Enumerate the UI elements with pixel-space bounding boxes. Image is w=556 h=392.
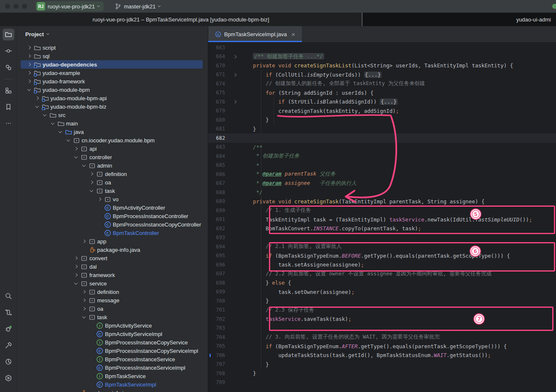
project-panel-header[interactable]: Project	[17, 26, 208, 42]
code-line-690[interactable]: 690 // 1. 生成子任务	[208, 206, 556, 215]
chevron-collapsed-icon[interactable]	[25, 52, 33, 60]
code-line-688[interactable]: 688 */	[208, 188, 556, 197]
services-icon[interactable]	[3, 307, 14, 318]
chevron-expanded-icon[interactable]	[80, 161, 88, 170]
build-icon[interactable]	[3, 339, 14, 351]
tree-item-bpmtaskservice[interactable]: IBpmTaskService	[17, 372, 208, 380]
chevron-collapsed-icon[interactable]	[80, 237, 88, 245]
code-line-679[interactable]: 679 createSignTask(taskEntity, addSignId…	[208, 107, 556, 116]
tree-item-convert[interactable]: convert	[17, 254, 208, 262]
chevron-collapsed-icon[interactable]	[88, 178, 95, 187]
close-window-icon[interactable]	[5, 4, 10, 9]
code-line-704[interactable]: 704 // 3. 向后前签, 设置子任务的状态为 WAIT, 因为需要等父任务…	[208, 333, 556, 342]
code-line-698[interactable]: 698 } else {	[208, 278, 556, 288]
code-line-674[interactable]: 674 // 创建加签人的新任务, 全部基于 taskEntity 为父任务来创…	[208, 79, 556, 88]
chevron-expanded-icon[interactable]	[72, 279, 80, 288]
code-line-687[interactable]: 687 * @param assignee 子任务的执行人	[208, 179, 556, 188]
chevron-expanded-icon[interactable]	[88, 187, 95, 195]
close-tab-icon[interactable]: ×	[292, 31, 295, 38]
tree-item-yudao-framework[interactable]: yudao-framework	[17, 77, 208, 85]
minimize-window-icon[interactable]	[13, 4, 19, 9]
tree-item-bpmprocessinstancecopyservice[interactable]: IBpmProcessInstanceCopyService	[17, 338, 208, 347]
chevron-expanded-icon[interactable]	[33, 102, 41, 111]
code-line-664[interactable]: 664 /** 创建加签子任务 ...*/	[208, 52, 556, 61]
chevron-collapsed-icon[interactable]	[25, 43, 33, 52]
code-line-680[interactable]: 680 }	[208, 115, 556, 125]
tree-item-oa[interactable]: oa	[17, 304, 208, 313]
more-icon[interactable]	[3, 117, 14, 129]
chevron-collapsed-icon[interactable]	[96, 195, 103, 203]
tree-item-bpmactivityservice[interactable]: IBpmActivityService	[17, 321, 208, 330]
tree-item-bpmprocessinstancecopycontroller[interactable]: CBpmProcessInstanceCopyController	[17, 220, 208, 229]
code-line-703[interactable]: 703	[208, 324, 556, 333]
tree-item-src[interactable]: src	[17, 111, 208, 119]
project-folder-icon[interactable]	[3, 29, 14, 40]
code-line-700[interactable]: 700 }	[208, 296, 556, 306]
code-line-694[interactable]: 694 // 2.1 向前加签, 设置审批人	[208, 242, 556, 251]
tree-item-admin[interactable]: admin	[17, 161, 208, 170]
tree-item-sql[interactable]: sql	[17, 52, 208, 60]
search-icon[interactable]	[3, 290, 14, 302]
zoom-window-icon[interactable]	[22, 4, 27, 9]
tree-item-bpmtaskcontroller[interactable]: CBpmTaskController	[17, 229, 208, 237]
chevron-collapsed-icon[interactable]	[72, 144, 80, 153]
tree-item-bpmprocessinstanceserviceimpl[interactable]: CBpmProcessInstanceServiceImpl	[17, 363, 208, 372]
debug-icon[interactable]	[3, 323, 14, 335]
code-line-705[interactable]: 705 if (BpmTaskSignTypeEnum.AFTER.getTyp…	[208, 342, 556, 351]
chevron-collapsed-icon[interactable]	[72, 271, 80, 279]
tree-item-task[interactable]: task	[17, 187, 208, 195]
tree-item-task[interactable]: task	[17, 313, 208, 321]
chevron-collapsed-icon[interactable]	[88, 170, 95, 178]
code-line-671[interactable]: 671 if (CollUtil.isEmpty(userIds)) {...}	[208, 70, 556, 80]
code-line-682[interactable]: 682	[208, 133, 556, 143]
code-line-707[interactable]: 707 }	[208, 360, 556, 369]
code-line-676[interactable]: 676 if (StrUtil.isBlank(addSignId)) {...…	[208, 97, 556, 107]
project-selector[interactable]: RJ ruoyi-vue-pro-jdk21	[35, 1, 104, 11]
code-line-697[interactable]: 697 // 2.2 向后加签, 设置 owner 不设置 assignee 是…	[208, 269, 556, 279]
tree-item-framework[interactable]: framework	[17, 271, 208, 279]
tree-item-bpmactivityserviceimpl[interactable]: CBpmActivityServiceImpl	[17, 330, 208, 338]
chevron-expanded-icon[interactable]	[25, 85, 33, 94]
chevron-expanded-icon[interactable]	[49, 119, 56, 128]
code-line-689[interactable]: 689 private void createSignTask(TaskEnti…	[208, 197, 556, 206]
tree-item-bpmprocessinstancecopyserviceimpl[interactable]: CBpmProcessInstanceCopyServiceImpl	[17, 347, 208, 355]
chevron-collapsed-icon[interactable]	[80, 304, 88, 313]
code-line-696[interactable]: 696 task.setAssignee(assignee);	[208, 260, 556, 269]
code-line-695[interactable]: 695 if (BpmTaskSignTypeEnum.BEFORE.getTy…	[208, 251, 556, 261]
chevron-collapsed-icon[interactable]	[72, 254, 80, 262]
chevron-expanded-icon[interactable]	[64, 136, 72, 144]
chevron-collapsed-icon[interactable]	[80, 288, 88, 296]
tree-item-message[interactable]: message	[17, 296, 208, 304]
background-window-title[interactable]: yudao-ui-admi	[362, 13, 556, 26]
tab-bpmtaskserviceimpl[interactable]: C BpmTaskServiceImpl.java ×	[208, 26, 302, 42]
code-line-699[interactable]: 699 task.setOwner(assignee);	[208, 288, 556, 297]
chevron-expanded-icon[interactable]	[56, 128, 64, 136]
tree-item-service[interactable]: service	[17, 279, 208, 288]
tree-item-app[interactable]: app	[17, 237, 208, 245]
code-line-684[interactable]: 684 * 创建加签子任务	[208, 152, 556, 161]
tree-item-yudao-dependencies[interactable]: yudao-dependencies	[17, 60, 208, 69]
bookmarks-icon[interactable]	[3, 101, 14, 113]
fold-arrow-icon[interactable]	[229, 74, 240, 76]
chevron-expanded-icon[interactable]	[41, 111, 48, 119]
tree-item-controller[interactable]: controller	[17, 153, 208, 161]
tree-item-yudao-module-bpm-api[interactable]: yudao-module-bpm-api	[17, 94, 208, 102]
code-line-663[interactable]: 663	[208, 43, 556, 52]
code-line-701[interactable]: 701 // 2.3 保存子任务	[208, 306, 556, 315]
code-editor[interactable]: 663664 /** 创建加签子任务 ...*/670 private void…	[208, 42, 556, 392]
code-line-702[interactable]: 702 taskService.saveTask(task);	[208, 315, 556, 324]
chevron-collapsed-icon[interactable]	[25, 60, 33, 69]
branch-selector[interactable]: master-jdk21	[115, 3, 160, 10]
tree-item-definition[interactable]: definition	[17, 170, 208, 178]
tree-item-yudao-example[interactable]: yudao-example	[17, 69, 208, 77]
chevron-collapsed-icon[interactable]	[72, 262, 80, 271]
chevron-expanded-icon[interactable]	[80, 313, 88, 321]
code-line-686[interactable]: 686 * @param parentTask 父任务	[208, 170, 556, 179]
fold-arrow-icon[interactable]	[229, 56, 240, 58]
code-line-708[interactable]: 708 }	[208, 369, 556, 378]
tree-item-bpmtaskserviceimpl[interactable]: CBpmTaskServiceImpl	[17, 380, 208, 389]
tree-item-vo[interactable]: vo	[17, 195, 208, 203]
tree-item-bpmprocessinstancecontroller[interactable]: CBpmProcessInstanceController	[17, 212, 208, 220]
tree-item-oa[interactable]: oa	[17, 178, 208, 187]
tree-item-api[interactable]: api	[17, 144, 208, 153]
